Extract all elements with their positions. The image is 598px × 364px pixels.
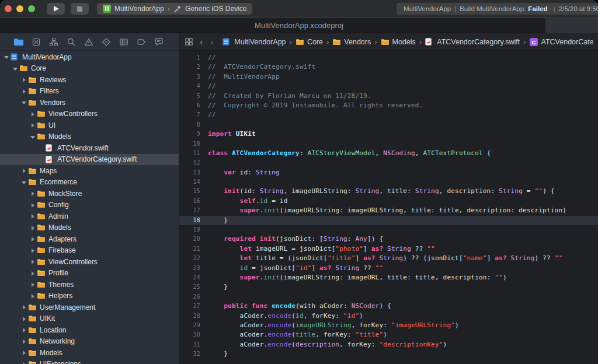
disclosure-open-icon[interactable] xyxy=(12,63,19,75)
disclosure-closed-icon[interactable] xyxy=(21,336,28,348)
tree-item-Maps[interactable]: Maps xyxy=(0,165,179,177)
source-control-navigator-icon[interactable] xyxy=(31,37,41,47)
disclosure-closed-icon[interactable] xyxy=(30,279,37,290)
disclosure-closed-icon[interactable] xyxy=(30,233,37,245)
zoom-window-button[interactable] xyxy=(28,5,35,12)
disclosure-closed-icon[interactable] xyxy=(30,290,37,302)
tree-item-UIExtensions[interactable]: UIExtensions xyxy=(0,359,179,364)
tree-item-Networking[interactable]: Networking xyxy=(0,336,179,348)
disclosure-open-icon[interactable] xyxy=(30,131,37,143)
code-line-2: 2// ATCVendorCategory.swift xyxy=(179,62,598,72)
tree-item-Reviews[interactable]: Reviews xyxy=(0,74,179,86)
tree-item-label: ATCVendor.swift xyxy=(57,144,109,152)
breadcrumb-Vendors[interactable]: Vendors xyxy=(332,38,371,46)
tree-item-label: Models xyxy=(48,223,71,232)
disclosure-closed-icon[interactable] xyxy=(30,120,37,131)
line-number: 25 xyxy=(179,282,200,292)
find-navigator-icon[interactable] xyxy=(66,37,76,47)
disclosure-closed-icon[interactable] xyxy=(30,245,37,257)
activity-status-panel[interactable]: MultiVendorApp | Build MultiVendorApp: F… xyxy=(397,3,598,15)
disclosure-spacer xyxy=(39,142,46,154)
tree-item-Models[interactable]: Models xyxy=(0,222,179,234)
disclosure-open-icon[interactable] xyxy=(21,177,28,188)
disclosure-closed-icon[interactable] xyxy=(21,86,28,97)
tree-item-Adapters[interactable]: Adapters xyxy=(0,233,179,245)
tree-item-UIKit[interactable]: UIKit xyxy=(0,313,179,325)
scheme-selector[interactable]: MultiVendorApp › Generic iOS Device xyxy=(97,3,252,15)
tree-item-Filters[interactable]: Filters xyxy=(0,86,179,97)
project-navigator-icon[interactable] xyxy=(13,37,23,47)
tree-item-MultiVendorApp[interactable]: MultiVendorApp xyxy=(0,51,179,63)
close-window-button[interactable] xyxy=(5,5,12,12)
tree-item-ViewControllers[interactable]: ViewControllers xyxy=(0,256,179,268)
tree-item-Themes[interactable]: Themes xyxy=(0,279,179,290)
disclosure-open-icon[interactable] xyxy=(4,51,11,63)
forward-button[interactable]: › xyxy=(208,37,215,46)
disclosure-open-icon[interactable] xyxy=(21,97,28,108)
tree-item-Ecommerce[interactable]: Ecommerce xyxy=(0,177,179,188)
breadcrumb: MultiVendorApp›Core›Vendors›Models›ATCVe… xyxy=(222,37,593,46)
disclosure-closed-icon[interactable] xyxy=(30,188,37,200)
editor-pane: ‹ › MultiVendorApp›Core›Vendors›Models›A… xyxy=(179,33,598,364)
disclosure-closed-icon[interactable] xyxy=(21,302,28,313)
symbol-navigator-icon[interactable] xyxy=(48,37,58,47)
breadcrumb-label: Vendors xyxy=(344,38,371,46)
tree-item-Config[interactable]: Config xyxy=(0,200,179,211)
disclosure-closed-icon[interactable] xyxy=(30,211,37,222)
issue-navigator-icon[interactable] xyxy=(84,37,93,47)
breadcrumb-label: ATCVendorCategory xyxy=(541,38,593,46)
tree-item-ATCVendorCategory.swift[interactable]: ATCVendorCategory.swift xyxy=(0,154,179,166)
breadcrumb-separator: › xyxy=(374,37,377,46)
tree-item-Admin[interactable]: Admin xyxy=(0,211,179,222)
disclosure-closed-icon[interactable] xyxy=(30,108,37,120)
stop-button[interactable] xyxy=(71,3,89,15)
folder-icon xyxy=(28,349,39,356)
test-navigator-icon[interactable] xyxy=(101,37,111,47)
code-editor[interactable]: 1//2// ATCVendorCategory.swift3// MultiV… xyxy=(179,51,598,364)
related-items-icon[interactable] xyxy=(184,37,194,47)
tree-item-Profile[interactable]: Profile xyxy=(0,268,179,279)
disclosure-closed-icon[interactable] xyxy=(21,359,28,364)
tree-item-ViewControllers[interactable]: ViewControllers xyxy=(0,108,179,120)
disclosure-closed-icon[interactable] xyxy=(30,222,37,234)
tree-item-MockStore[interactable]: MockStore xyxy=(0,188,179,200)
breadcrumb-ATCVendorCategory[interactable]: CATCVendorCategory xyxy=(530,38,593,46)
line-number: 16 xyxy=(179,197,200,206)
code-line-25: 25 } xyxy=(179,282,598,292)
tree-item-Location[interactable]: Location xyxy=(0,324,179,336)
disclosure-closed-icon[interactable] xyxy=(30,200,37,211)
code-line-23: 23 id = jsonDict["id"] as? String ?? "" xyxy=(179,264,598,273)
disclosure-closed-icon[interactable] xyxy=(21,74,28,86)
tree-item-Models[interactable]: Models xyxy=(0,347,179,359)
disclosure-closed-icon[interactable] xyxy=(30,256,37,268)
report-navigator-icon[interactable] xyxy=(154,37,164,47)
window-title: MultiVendorApp.xcodeproj xyxy=(255,21,343,30)
tree-item-Firebase[interactable]: Firebase xyxy=(0,245,179,257)
breadcrumb-ATCVendorCategory.swift[interactable]: ATCVendorCategory.swift xyxy=(425,38,520,46)
disclosure-closed-icon[interactable] xyxy=(21,347,28,359)
breadcrumb-MultiVendorApp[interactable]: MultiVendorApp xyxy=(222,38,286,46)
breadcrumb-Models[interactable]: Models xyxy=(381,38,416,46)
tree-item-UI[interactable]: UI xyxy=(0,120,179,131)
minimize-window-button[interactable] xyxy=(16,5,23,12)
run-button[interactable] xyxy=(47,3,65,15)
disclosure-closed-icon[interactable] xyxy=(21,165,28,177)
tree-item-Vendors[interactable]: Vendors xyxy=(0,97,179,108)
code-line-26: 26 xyxy=(179,292,598,302)
tree-item-Core[interactable]: Core xyxy=(0,63,179,75)
disclosure-closed-icon[interactable] xyxy=(21,324,28,336)
tree-item-ATCVendor.swift[interactable]: ATCVendor.swift xyxy=(0,142,179,154)
code-line-32: 32 } xyxy=(179,349,598,359)
tree-item-Models[interactable]: Models xyxy=(0,131,179,143)
status-result: Failed xyxy=(528,5,547,12)
line-number: 7 xyxy=(179,110,200,120)
breadcrumb-Core[interactable]: Core xyxy=(295,38,323,46)
tree-item-Helpers[interactable]: Helpers xyxy=(0,290,179,302)
back-button[interactable]: ‹ xyxy=(198,37,204,46)
disclosure-closed-icon[interactable] xyxy=(30,268,37,279)
swift-icon xyxy=(425,38,434,46)
tree-item-UserManagement[interactable]: UserManagement xyxy=(0,302,179,313)
debug-navigator-icon[interactable] xyxy=(119,37,128,47)
disclosure-closed-icon[interactable] xyxy=(21,313,28,325)
breakpoint-navigator-icon[interactable] xyxy=(136,37,146,47)
